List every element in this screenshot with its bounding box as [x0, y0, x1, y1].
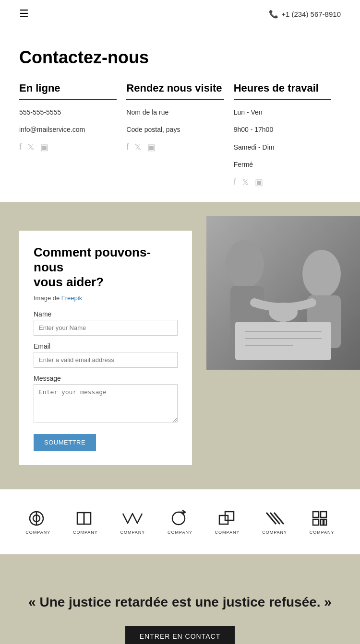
col-hours-weekday: Lun - Ven — [234, 107, 331, 117]
svg-point-4 — [302, 250, 341, 298]
svg-point-2 — [226, 240, 264, 288]
contact-col-online: En ligne 555-555-5555 info@mailservice.c… — [19, 82, 126, 187]
background-image — [206, 216, 360, 370]
facebook-icon[interactable]: f — [19, 142, 22, 152]
phone-number: +1 (234) 567-8910 — [281, 10, 341, 18]
social-icons-visit: f 𝕏 ▣ — [126, 142, 224, 152]
submit-button[interactable]: SOUMETTRE — [34, 434, 96, 451]
top-nav: ☰ 📞 +1 (234) 567-8910 — [0, 0, 360, 28]
logo-2-label: COMPANY — [73, 530, 98, 535]
twitter-icon-2[interactable]: 𝕏 — [134, 142, 142, 152]
email-label: Email — [34, 342, 178, 350]
logo-6: COMPANY — [262, 509, 287, 535]
svg-rect-24 — [321, 512, 326, 517]
quote-text: « Une justice retardée est une justice r… — [28, 593, 332, 611]
logo-3-label: COMPANY — [120, 530, 145, 535]
col-hours-weekday-time: 9h00 - 17h00 — [234, 124, 331, 135]
svg-rect-14 — [77, 513, 84, 524]
logo-4: COMPANY — [168, 509, 192, 535]
svg-rect-27 — [324, 519, 326, 525]
facebook-icon-3[interactable]: f — [234, 177, 236, 187]
page-title: Contactez-nous — [19, 47, 341, 68]
logos-section: COMPANY COMPANY COMPANY COMPANY COMPANY — [0, 489, 360, 554]
col-hours-weekend: Samedi - Dim — [234, 142, 331, 152]
svg-point-6 — [269, 303, 298, 322]
logo-7-label: COMPANY — [310, 530, 335, 535]
svg-rect-7 — [235, 322, 331, 360]
form-heading: Comment pouvons-nous vous aider? — [34, 245, 178, 290]
email-field-group: Email — [34, 342, 178, 368]
logo-7: COMPANY — [310, 509, 335, 535]
name-field-group: Name — [34, 310, 178, 336]
message-textarea[interactable] — [34, 384, 178, 422]
social-icons-hours: f 𝕏 ▣ — [234, 177, 331, 187]
message-label: Message — [34, 375, 178, 382]
col-divider-3 — [234, 99, 331, 100]
contact-col-visit: Rendez nous visite Nom de la rue Code po… — [126, 82, 233, 187]
instagram-icon-2[interactable]: ▣ — [147, 142, 156, 152]
col-online-phone: 555-555-5555 — [19, 107, 117, 117]
phone-link[interactable]: 📞 +1 (234) 567-8910 — [269, 10, 341, 19]
col-hours-closed: Fermé — [234, 159, 331, 170]
logo-1: COMPANY — [25, 509, 50, 535]
phone-icon: 📞 — [269, 10, 278, 19]
logo-2: COMPANY — [73, 509, 98, 535]
contact-columns: En ligne 555-555-5555 info@mailservice.c… — [19, 82, 341, 187]
logo-1-label: COMPANY — [25, 530, 50, 535]
contact-button[interactable]: ENTRER EN CONTACT — [125, 626, 235, 644]
col-divider-2 — [126, 99, 224, 100]
twitter-icon-3[interactable]: 𝕏 — [242, 177, 249, 187]
col-visit-heading: Rendez nous visite — [126, 82, 224, 94]
svg-rect-23 — [313, 512, 319, 517]
beige-section: Comment pouvons-nous vous aider? Image d… — [0, 202, 360, 490]
social-icons-online: f 𝕏 ▣ — [19, 142, 117, 152]
logo-3: COMPANY — [120, 509, 145, 535]
name-label: Name — [34, 310, 178, 318]
image-credit: Image de Freepik — [34, 294, 178, 302]
instagram-icon[interactable]: ▣ — [40, 142, 48, 152]
col-divider — [19, 99, 117, 100]
instagram-icon-3[interactable]: ▣ — [255, 177, 263, 187]
facebook-icon-2[interactable]: f — [126, 142, 129, 152]
email-input[interactable] — [34, 352, 178, 368]
svg-rect-25 — [313, 519, 319, 525]
quote-section: « Une justice retardée est une justice r… — [0, 554, 360, 644]
name-input[interactable] — [34, 320, 178, 336]
svg-rect-15 — [84, 513, 91, 524]
twitter-icon[interactable]: 𝕏 — [27, 142, 35, 152]
col-online-heading: En ligne — [19, 82, 117, 94]
message-field-group: Message — [34, 375, 178, 424]
logo-6-label: COMPANY — [262, 530, 287, 535]
col-hours-heading: Heures de travail — [234, 82, 331, 94]
logo-4-label: COMPANY — [168, 530, 192, 535]
contact-col-hours: Heures de travail Lun - Ven 9h00 - 17h00… — [234, 82, 341, 187]
contact-section: Contactez-nous En ligne 555-555-5555 inf… — [0, 28, 360, 202]
menu-icon[interactable]: ☰ — [19, 8, 29, 20]
col-visit-address1: Nom de la rue — [126, 107, 224, 117]
logo-5-label: COMPANY — [215, 530, 240, 535]
logo-5: COMPANY — [215, 509, 240, 535]
col-visit-address2: Code postal, pays — [126, 124, 224, 135]
svg-rect-26 — [321, 519, 323, 525]
freepik-link[interactable]: Freepik — [61, 294, 82, 302]
form-card: Comment pouvons-nous vous aider? Image d… — [19, 231, 192, 466]
col-online-email: info@mailservice.com — [19, 124, 117, 135]
